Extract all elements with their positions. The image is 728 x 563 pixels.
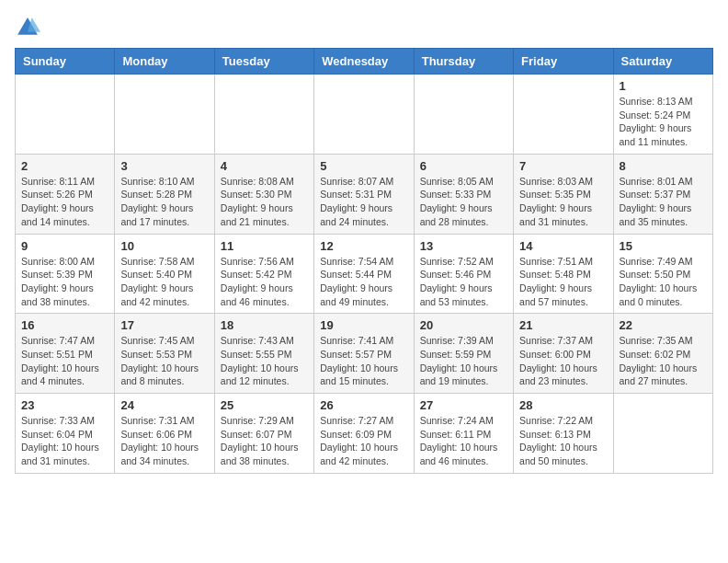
day-info: Sunrise: 8:00 AM Sunset: 5:39 PM Dayligh… <box>21 255 108 309</box>
calendar-cell: 9Sunrise: 8:00 AM Sunset: 5:39 PM Daylig… <box>16 234 115 314</box>
weekday-header-friday: Friday <box>514 49 613 75</box>
calendar-cell: 10Sunrise: 7:58 AM Sunset: 5:40 PM Dayli… <box>115 234 214 314</box>
day-number: 9 <box>21 239 108 253</box>
day-number: 8 <box>620 159 707 173</box>
calendar-week-row: 1Sunrise: 8:13 AM Sunset: 5:24 PM Daylig… <box>16 75 713 155</box>
logo <box>15 15 44 40</box>
calendar-cell: 20Sunrise: 7:39 AM Sunset: 5:59 PM Dayli… <box>414 314 513 394</box>
weekday-header-tuesday: Tuesday <box>214 49 313 75</box>
day-info: Sunrise: 7:43 AM Sunset: 5:55 PM Dayligh… <box>221 334 308 388</box>
calendar-cell: 2Sunrise: 8:11 AM Sunset: 5:26 PM Daylig… <box>16 154 115 234</box>
calendar-cell: 27Sunrise: 7:24 AM Sunset: 6:11 PM Dayli… <box>414 394 513 474</box>
day-number: 3 <box>120 159 208 173</box>
day-info: Sunrise: 8:10 AM Sunset: 5:28 PM Dayligh… <box>120 175 208 229</box>
day-number: 15 <box>620 239 707 253</box>
calendar-cell <box>214 75 313 155</box>
day-info: Sunrise: 8:07 AM Sunset: 5:31 PM Dayligh… <box>320 175 407 229</box>
day-number: 24 <box>120 398 208 412</box>
day-info: Sunrise: 7:54 AM Sunset: 5:44 PM Dayligh… <box>320 255 407 309</box>
calendar-cell: 15Sunrise: 7:49 AM Sunset: 5:50 PM Dayli… <box>613 234 712 314</box>
logo-icon <box>15 15 40 40</box>
calendar-cell <box>613 394 712 474</box>
day-number: 23 <box>21 398 108 412</box>
day-info: Sunrise: 7:24 AM Sunset: 6:11 PM Dayligh… <box>420 414 507 468</box>
day-info: Sunrise: 7:31 AM Sunset: 6:06 PM Dayligh… <box>120 414 208 468</box>
day-number: 5 <box>320 159 407 173</box>
day-info: Sunrise: 7:37 AM Sunset: 6:00 PM Dayligh… <box>519 334 607 388</box>
calendar-cell: 1Sunrise: 8:13 AM Sunset: 5:24 PM Daylig… <box>613 75 712 155</box>
day-number: 17 <box>120 318 208 332</box>
day-number: 26 <box>320 398 407 412</box>
day-info: Sunrise: 7:56 AM Sunset: 5:42 PM Dayligh… <box>221 255 308 309</box>
calendar-cell: 11Sunrise: 7:56 AM Sunset: 5:42 PM Dayli… <box>214 234 313 314</box>
day-info: Sunrise: 7:45 AM Sunset: 5:53 PM Dayligh… <box>120 334 208 388</box>
weekday-header-monday: Monday <box>115 49 214 75</box>
day-info: Sunrise: 7:35 AM Sunset: 6:02 PM Dayligh… <box>620 334 707 388</box>
calendar-cell <box>414 75 513 155</box>
day-info: Sunrise: 7:41 AM Sunset: 5:57 PM Dayligh… <box>320 334 407 388</box>
calendar-cell: 19Sunrise: 7:41 AM Sunset: 5:57 PM Dayli… <box>314 314 414 394</box>
day-number: 12 <box>320 239 407 253</box>
day-number: 1 <box>620 79 707 93</box>
calendar-week-row: 2Sunrise: 8:11 AM Sunset: 5:26 PM Daylig… <box>16 154 713 234</box>
calendar-week-row: 23Sunrise: 7:33 AM Sunset: 6:04 PM Dayli… <box>16 394 713 474</box>
day-info: Sunrise: 8:13 AM Sunset: 5:24 PM Dayligh… <box>620 95 707 149</box>
calendar-cell <box>514 75 613 155</box>
calendar-cell: 24Sunrise: 7:31 AM Sunset: 6:06 PM Dayli… <box>115 394 214 474</box>
calendar-cell: 8Sunrise: 8:01 AM Sunset: 5:37 PM Daylig… <box>613 154 712 234</box>
calendar-cell: 3Sunrise: 8:10 AM Sunset: 5:28 PM Daylig… <box>115 154 214 234</box>
calendar-cell: 7Sunrise: 8:03 AM Sunset: 5:35 PM Daylig… <box>514 154 613 234</box>
day-info: Sunrise: 8:08 AM Sunset: 5:30 PM Dayligh… <box>221 175 308 229</box>
day-info: Sunrise: 7:29 AM Sunset: 6:07 PM Dayligh… <box>221 414 308 468</box>
calendar-cell: 25Sunrise: 7:29 AM Sunset: 6:07 PM Dayli… <box>214 394 313 474</box>
day-info: Sunrise: 8:01 AM Sunset: 5:37 PM Dayligh… <box>620 175 707 229</box>
day-info: Sunrise: 7:22 AM Sunset: 6:13 PM Dayligh… <box>519 414 607 468</box>
day-info: Sunrise: 7:33 AM Sunset: 6:04 PM Dayligh… <box>21 414 108 468</box>
day-info: Sunrise: 7:58 AM Sunset: 5:40 PM Dayligh… <box>120 255 208 309</box>
day-number: 22 <box>620 318 707 332</box>
day-number: 6 <box>420 159 507 173</box>
day-number: 4 <box>221 159 308 173</box>
day-number: 18 <box>221 318 308 332</box>
calendar-cell: 21Sunrise: 7:37 AM Sunset: 6:00 PM Dayli… <box>514 314 613 394</box>
day-info: Sunrise: 7:39 AM Sunset: 5:59 PM Dayligh… <box>420 334 507 388</box>
calendar-cell: 16Sunrise: 7:47 AM Sunset: 5:51 PM Dayli… <box>16 314 115 394</box>
weekday-header-saturday: Saturday <box>613 49 712 75</box>
calendar-cell: 5Sunrise: 8:07 AM Sunset: 5:31 PM Daylig… <box>314 154 414 234</box>
calendar-cell <box>16 75 115 155</box>
calendar-cell: 13Sunrise: 7:52 AM Sunset: 5:46 PM Dayli… <box>414 234 513 314</box>
day-number: 21 <box>519 318 607 332</box>
calendar-cell: 6Sunrise: 8:05 AM Sunset: 5:33 PM Daylig… <box>414 154 513 234</box>
day-info: Sunrise: 7:52 AM Sunset: 5:46 PM Dayligh… <box>420 255 507 309</box>
weekday-header-sunday: Sunday <box>16 49 115 75</box>
day-number: 27 <box>420 398 507 412</box>
day-number: 25 <box>221 398 308 412</box>
day-info: Sunrise: 7:51 AM Sunset: 5:48 PM Dayligh… <box>519 255 607 309</box>
day-number: 13 <box>420 239 507 253</box>
day-number: 20 <box>420 318 507 332</box>
day-info: Sunrise: 7:27 AM Sunset: 6:09 PM Dayligh… <box>320 414 407 468</box>
day-number: 16 <box>21 318 108 332</box>
day-number: 2 <box>21 159 108 173</box>
day-number: 19 <box>320 318 407 332</box>
calendar-table: SundayMondayTuesdayWednesdayThursdayFrid… <box>15 48 713 474</box>
calendar-cell <box>115 75 214 155</box>
day-number: 7 <box>519 159 607 173</box>
calendar-cell: 22Sunrise: 7:35 AM Sunset: 6:02 PM Dayli… <box>613 314 712 394</box>
weekday-header-thursday: Thursday <box>414 49 513 75</box>
day-info: Sunrise: 8:05 AM Sunset: 5:33 PM Dayligh… <box>420 175 507 229</box>
calendar-cell: 26Sunrise: 7:27 AM Sunset: 6:09 PM Dayli… <box>314 394 414 474</box>
calendar-week-row: 16Sunrise: 7:47 AM Sunset: 5:51 PM Dayli… <box>16 314 713 394</box>
calendar-cell: 18Sunrise: 7:43 AM Sunset: 5:55 PM Dayli… <box>214 314 313 394</box>
calendar-cell: 28Sunrise: 7:22 AM Sunset: 6:13 PM Dayli… <box>514 394 613 474</box>
day-info: Sunrise: 7:47 AM Sunset: 5:51 PM Dayligh… <box>21 334 108 388</box>
day-number: 28 <box>519 398 607 412</box>
weekday-header-wednesday: Wednesday <box>314 49 414 75</box>
calendar-cell <box>314 75 414 155</box>
calendar-cell: 4Sunrise: 8:08 AM Sunset: 5:30 PM Daylig… <box>214 154 313 234</box>
day-info: Sunrise: 8:03 AM Sunset: 5:35 PM Dayligh… <box>519 175 607 229</box>
day-number: 10 <box>120 239 208 253</box>
day-info: Sunrise: 7:49 AM Sunset: 5:50 PM Dayligh… <box>620 255 707 309</box>
calendar-week-row: 9Sunrise: 8:00 AM Sunset: 5:39 PM Daylig… <box>16 234 713 314</box>
calendar-header-row: SundayMondayTuesdayWednesdayThursdayFrid… <box>16 49 713 75</box>
